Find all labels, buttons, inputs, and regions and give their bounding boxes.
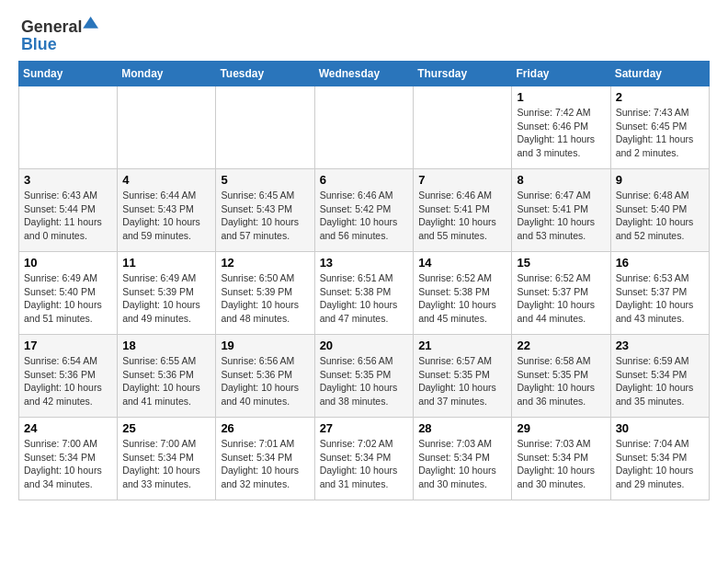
- day-info: Sunrise: 7:42 AM Sunset: 6:46 PM Dayligh…: [517, 106, 605, 160]
- day-info: Sunrise: 7:04 AM Sunset: 5:34 PM Dayligh…: [616, 437, 704, 491]
- day-number: 12: [221, 256, 309, 270]
- day-info: Sunrise: 6:58 AM Sunset: 5:35 PM Dayligh…: [517, 354, 605, 408]
- day-number: 13: [320, 256, 409, 270]
- calendar-header-friday: Friday: [512, 62, 610, 86]
- calendar-cell: 24Sunrise: 7:00 AM Sunset: 5:34 PM Dayli…: [19, 418, 118, 500]
- calendar-header-row: SundayMondayTuesdayWednesdayThursdayFrid…: [19, 62, 710, 86]
- day-info: Sunrise: 6:56 AM Sunset: 5:36 PM Dayligh…: [221, 354, 309, 408]
- day-number: 18: [122, 339, 210, 352]
- day-number: 3: [24, 173, 112, 187]
- svg-text:Blue: Blue: [21, 35, 57, 53]
- calendar-header-sunday: Sunday: [19, 62, 118, 86]
- day-info: Sunrise: 7:00 AM Sunset: 5:34 PM Dayligh…: [122, 437, 210, 491]
- day-info: Sunrise: 6:50 AM Sunset: 5:39 PM Dayligh…: [221, 271, 309, 326]
- calendar-cell: 12Sunrise: 6:50 AM Sunset: 5:39 PM Dayli…: [216, 252, 314, 335]
- day-number: 22: [517, 339, 605, 352]
- calendar-cell: 17Sunrise: 6:54 AM Sunset: 5:36 PM Dayli…: [19, 335, 118, 418]
- calendar-cell: 19Sunrise: 6:56 AM Sunset: 5:36 PM Dayli…: [216, 335, 314, 418]
- calendar-week-2: 3Sunrise: 6:43 AM Sunset: 5:44 PM Daylig…: [19, 169, 710, 252]
- calendar-cell: 14Sunrise: 6:52 AM Sunset: 5:38 PM Dayli…: [414, 252, 512, 335]
- day-number: 19: [221, 339, 309, 352]
- day-number: 5: [221, 173, 309, 187]
- calendar-header-wednesday: Wednesday: [314, 62, 414, 86]
- day-number: 28: [418, 421, 506, 435]
- day-info: Sunrise: 6:53 AM Sunset: 5:37 PM Dayligh…: [616, 271, 704, 326]
- calendar-week-4: 17Sunrise: 6:54 AM Sunset: 5:36 PM Dayli…: [19, 335, 710, 418]
- calendar-cell: [414, 86, 512, 169]
- day-number: 7: [418, 173, 506, 187]
- calendar-cell: 22Sunrise: 6:58 AM Sunset: 5:35 PM Dayli…: [512, 335, 610, 418]
- calendar-cell: 9Sunrise: 6:48 AM Sunset: 5:40 PM Daylig…: [610, 169, 709, 252]
- calendar-cell: 10Sunrise: 6:49 AM Sunset: 5:40 PM Dayli…: [19, 252, 118, 335]
- calendar-week-3: 10Sunrise: 6:49 AM Sunset: 5:40 PM Dayli…: [19, 252, 710, 335]
- day-number: 1: [517, 90, 605, 104]
- calendar-cell: 11Sunrise: 6:49 AM Sunset: 5:39 PM Dayli…: [118, 252, 216, 335]
- day-number: 15: [517, 256, 605, 270]
- day-number: 25: [122, 421, 210, 435]
- day-number: 20: [320, 339, 409, 352]
- day-info: Sunrise: 6:51 AM Sunset: 5:38 PM Dayligh…: [320, 271, 409, 326]
- day-info: Sunrise: 6:57 AM Sunset: 5:35 PM Dayligh…: [418, 354, 506, 408]
- day-info: Sunrise: 7:00 AM Sunset: 5:34 PM Dayligh…: [24, 437, 112, 491]
- day-info: Sunrise: 6:49 AM Sunset: 5:39 PM Dayligh…: [122, 271, 210, 326]
- day-info: Sunrise: 6:59 AM Sunset: 5:34 PM Dayligh…: [616, 354, 704, 408]
- calendar-header-saturday: Saturday: [610, 62, 709, 86]
- day-info: Sunrise: 7:03 AM Sunset: 5:34 PM Dayligh…: [517, 437, 605, 491]
- calendar-cell: 20Sunrise: 6:56 AM Sunset: 5:35 PM Dayli…: [314, 335, 414, 418]
- calendar-cell: 27Sunrise: 7:02 AM Sunset: 5:34 PM Dayli…: [314, 418, 414, 500]
- calendar-cell: 23Sunrise: 6:59 AM Sunset: 5:34 PM Dayli…: [610, 335, 709, 418]
- calendar-cell: 26Sunrise: 7:01 AM Sunset: 5:34 PM Dayli…: [216, 418, 314, 500]
- day-number: 24: [24, 421, 112, 435]
- day-number: 6: [320, 173, 409, 187]
- day-info: Sunrise: 6:48 AM Sunset: 5:40 PM Dayligh…: [616, 189, 704, 243]
- day-number: 14: [418, 256, 506, 270]
- calendar-cell: 6Sunrise: 6:46 AM Sunset: 5:42 PM Daylig…: [314, 169, 414, 252]
- logo: General Blue: [18, 15, 101, 53]
- calendar-cell: 8Sunrise: 6:47 AM Sunset: 5:41 PM Daylig…: [512, 169, 610, 252]
- calendar-week-1: 1Sunrise: 7:42 AM Sunset: 6:46 PM Daylig…: [19, 86, 710, 169]
- day-number: 17: [24, 339, 112, 352]
- calendar-header-monday: Monday: [118, 62, 216, 86]
- day-info: Sunrise: 6:45 AM Sunset: 5:43 PM Dayligh…: [221, 189, 309, 243]
- calendar-cell: [19, 86, 118, 169]
- day-info: Sunrise: 6:46 AM Sunset: 5:41 PM Dayligh…: [418, 189, 506, 243]
- calendar-cell: 28Sunrise: 7:03 AM Sunset: 5:34 PM Dayli…: [414, 418, 512, 500]
- calendar-cell: 4Sunrise: 6:44 AM Sunset: 5:43 PM Daylig…: [118, 169, 216, 252]
- calendar-cell: 29Sunrise: 7:03 AM Sunset: 5:34 PM Dayli…: [512, 418, 610, 500]
- day-info: Sunrise: 6:54 AM Sunset: 5:36 PM Dayligh…: [24, 354, 112, 408]
- svg-text:General: General: [21, 17, 82, 36]
- calendar-cell: 7Sunrise: 6:46 AM Sunset: 5:41 PM Daylig…: [414, 169, 512, 252]
- day-info: Sunrise: 6:52 AM Sunset: 5:37 PM Dayligh…: [517, 271, 605, 326]
- day-number: 27: [320, 421, 409, 435]
- day-number: 26: [221, 421, 309, 435]
- calendar-cell: [118, 86, 216, 169]
- day-number: 29: [517, 421, 605, 435]
- day-number: 23: [616, 339, 704, 352]
- day-info: Sunrise: 7:43 AM Sunset: 6:45 PM Dayligh…: [616, 106, 704, 160]
- day-number: 10: [24, 256, 112, 270]
- calendar-header-thursday: Thursday: [414, 62, 512, 86]
- calendar-cell: 5Sunrise: 6:45 AM Sunset: 5:43 PM Daylig…: [216, 169, 314, 252]
- calendar-header-tuesday: Tuesday: [216, 62, 314, 86]
- calendar-cell: 2Sunrise: 7:43 AM Sunset: 6:45 PM Daylig…: [610, 86, 709, 169]
- day-number: 9: [616, 173, 704, 187]
- day-number: 8: [517, 173, 605, 187]
- logo-svg: General Blue: [18, 15, 101, 53]
- calendar-cell: 15Sunrise: 6:52 AM Sunset: 5:37 PM Dayli…: [512, 252, 610, 335]
- calendar-cell: 30Sunrise: 7:04 AM Sunset: 5:34 PM Dayli…: [610, 418, 709, 500]
- calendar-cell: 16Sunrise: 6:53 AM Sunset: 5:37 PM Dayli…: [610, 252, 709, 335]
- svg-marker-2: [83, 17, 98, 29]
- day-info: Sunrise: 6:44 AM Sunset: 5:43 PM Dayligh…: [122, 189, 210, 243]
- day-number: 2: [616, 90, 704, 104]
- day-info: Sunrise: 6:46 AM Sunset: 5:42 PM Dayligh…: [320, 189, 409, 243]
- day-number: 21: [418, 339, 506, 352]
- day-number: 11: [122, 256, 210, 270]
- day-number: 16: [616, 256, 704, 270]
- day-info: Sunrise: 6:49 AM Sunset: 5:40 PM Dayligh…: [24, 271, 112, 326]
- day-number: 30: [616, 421, 704, 435]
- calendar-table: SundayMondayTuesdayWednesdayThursdayFrid…: [18, 61, 710, 500]
- day-number: 4: [122, 173, 210, 187]
- day-info: Sunrise: 7:02 AM Sunset: 5:34 PM Dayligh…: [320, 437, 409, 491]
- day-info: Sunrise: 6:55 AM Sunset: 5:36 PM Dayligh…: [122, 354, 210, 408]
- calendar-cell: 25Sunrise: 7:00 AM Sunset: 5:34 PM Dayli…: [118, 418, 216, 500]
